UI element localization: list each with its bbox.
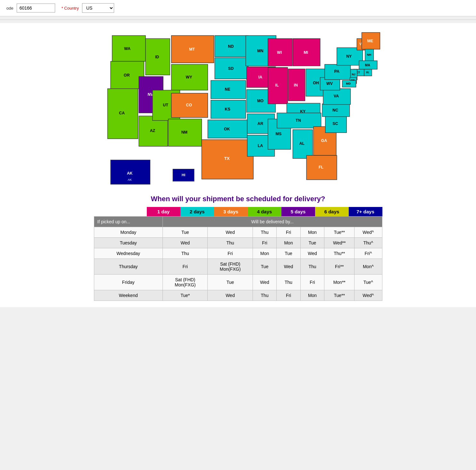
svg-text:NE: NE xyxy=(225,87,230,92)
pickup-cell: Friday xyxy=(94,274,163,290)
legend-4days: 4 days xyxy=(248,207,281,216)
delivery-cell: Thu^ xyxy=(355,237,382,248)
delivery-cell: Tue** xyxy=(324,290,355,301)
table-row: MondayTueWedThuFriMonTue**Wed^ xyxy=(94,227,382,237)
delivery-cell: Mon xyxy=(300,290,324,301)
delivery-cell: Tue xyxy=(300,237,324,248)
svg-text:OK: OK xyxy=(224,127,230,131)
delivery-cell: Tue xyxy=(208,274,253,290)
svg-text:WY: WY xyxy=(186,75,192,79)
delivery-cell: Tue** xyxy=(324,227,355,237)
delivery-cell: Thu xyxy=(163,248,208,259)
delivery-cell: Wed** xyxy=(324,237,355,248)
delivery-cell: Fri xyxy=(208,248,253,259)
legend-7days: 7+ days xyxy=(349,207,382,216)
svg-text:CO: CO xyxy=(186,103,192,107)
legend-1day: 1 day xyxy=(147,207,180,216)
country-label: * Country xyxy=(62,6,79,11)
svg-text:OR: OR xyxy=(124,73,130,78)
delivery-cell: Thu xyxy=(253,227,276,237)
table-row: TuesdayWedThuFriMonTueWed**Thu^ xyxy=(94,237,382,248)
svg-text:TN: TN xyxy=(296,118,301,123)
delivery-cell: Fri xyxy=(277,227,300,237)
zip-label: ode xyxy=(6,6,13,11)
pickup-cell: Monday xyxy=(94,227,163,237)
delivery-cell: Wed xyxy=(253,274,276,290)
delivery-cell: Sat (FHD)Mon(FXG) xyxy=(208,259,253,274)
svg-text:FL: FL xyxy=(319,165,324,169)
table-row: FridaySat (FHD)Mon(FXG)TueWedThuFriMon**… xyxy=(94,274,382,290)
svg-text:HI: HI xyxy=(181,173,185,177)
zip-input[interactable] xyxy=(17,4,55,12)
svg-text:NM: NM xyxy=(181,130,187,135)
delivery-cell: Tue^ xyxy=(355,274,382,290)
svg-text:ID: ID xyxy=(155,55,159,59)
country-select[interactable]: US CA xyxy=(82,3,114,13)
delivery-cell: Thu xyxy=(253,290,276,301)
table-row: WeekendTue*WedThuFriMonTue**Wed^ xyxy=(94,290,382,301)
svg-text:IN: IN xyxy=(294,83,297,87)
svg-text:SC: SC xyxy=(332,121,338,126)
legend-5days: 5 days xyxy=(281,207,315,216)
schedule-title: When will your shipment be scheduled for… xyxy=(6,195,470,203)
svg-text:TX: TX xyxy=(224,156,230,161)
pickup-header: If picked up on... xyxy=(94,216,163,227)
pickup-cell: Weekend xyxy=(94,290,163,301)
svg-text:OH: OH xyxy=(313,81,319,85)
svg-text:PA: PA xyxy=(334,69,339,74)
svg-text:AK: AK xyxy=(128,178,132,181)
delivery-cell: Mon^ xyxy=(355,259,382,274)
svg-text:NC: NC xyxy=(332,108,338,112)
svg-text:AK: AK xyxy=(127,171,132,176)
delivery-cell: Sat (FHD)Mon(FXG) xyxy=(163,274,208,290)
svg-text:VA: VA xyxy=(333,94,338,98)
svg-text:IA: IA xyxy=(258,75,262,79)
svg-text:MI: MI xyxy=(304,50,308,55)
table-header-row: If picked up on... Will be delivered by.… xyxy=(94,216,382,227)
delivery-cell: Fri** xyxy=(324,259,355,274)
svg-text:MO: MO xyxy=(257,99,263,103)
delivery-header: Will be delivered by... xyxy=(163,216,382,227)
legend-3days: 3 days xyxy=(214,207,248,216)
svg-text:IL: IL xyxy=(275,83,279,87)
header-bar: ode * Country US CA xyxy=(0,0,476,16)
delivery-cell: Thu xyxy=(208,237,253,248)
delivery-cell: Wed xyxy=(208,227,253,237)
svg-text:MN: MN xyxy=(257,49,263,53)
svg-text:RI: RI xyxy=(366,71,369,74)
delivery-cell: Tue* xyxy=(163,290,208,301)
delivery-cell: Wed xyxy=(208,290,253,301)
svg-text:SD: SD xyxy=(228,66,233,71)
svg-text:AL: AL xyxy=(299,141,305,146)
legend-2days: 2 days xyxy=(180,207,214,216)
delivery-cell: Wed^ xyxy=(355,227,382,237)
delivery-cell: Mon xyxy=(300,227,324,237)
header-divider xyxy=(0,20,476,20)
delivery-cell: Wed xyxy=(277,259,300,274)
pickup-cell: Tuesday xyxy=(94,237,163,248)
delivery-cell: Thu xyxy=(277,274,300,290)
delivery-cell: Fri^ xyxy=(355,248,382,259)
svg-text:LA: LA xyxy=(257,144,263,148)
delivery-cell: Wed xyxy=(300,248,324,259)
delivery-cell: Mon xyxy=(253,248,276,259)
delivery-cell: Wed^ xyxy=(355,290,382,301)
legend-6days: 6 days xyxy=(315,207,349,216)
svg-text:NY: NY xyxy=(346,54,352,59)
delivery-cell: Fri xyxy=(253,237,276,248)
delivery-cell: Thu xyxy=(300,259,324,274)
delivery-cell: Tue xyxy=(277,248,300,259)
delivery-cell: Fri xyxy=(300,274,324,290)
svg-text:MD: MD xyxy=(346,82,351,85)
svg-text:GA: GA xyxy=(321,138,327,143)
delivery-cell: Wed xyxy=(163,237,208,248)
legend-row: 1 day 2 days 3 days 4 days 5 days 6 days… xyxy=(94,207,382,216)
delivery-cell: Mon** xyxy=(324,274,355,290)
svg-text:NH: NH xyxy=(367,53,371,56)
delivery-cell: Thu** xyxy=(324,248,355,259)
svg-text:WI: WI xyxy=(277,50,282,55)
svg-text:MT: MT xyxy=(189,47,195,52)
table-row: ThursdayFriSat (FHD)Mon(FXG)TueWedThuFri… xyxy=(94,259,382,274)
delivery-cell: Mon xyxy=(277,237,300,248)
us-map: WA OR CA ID NV AZ MT WY UT xyxy=(94,29,382,187)
